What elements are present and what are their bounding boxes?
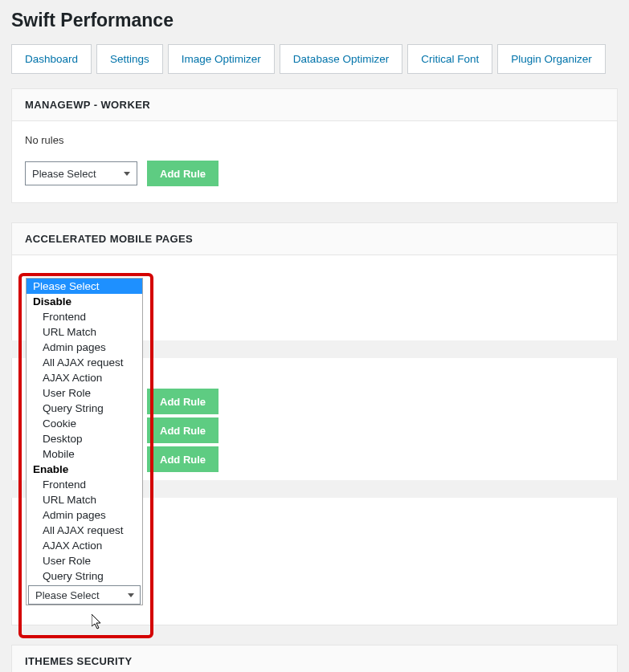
dropdown-group-enable: Enable: [27, 462, 142, 477]
dropdown-option-disable-all-ajax[interactable]: All AJAX request: [27, 355, 142, 370]
dropdown-option-disable-url-match[interactable]: URL Match: [27, 324, 142, 340]
dropdown-option-enable-admin-pages[interactable]: Admin pages: [27, 507, 142, 523]
dropdown-option-disable-frontend[interactable]: Frontend: [27, 309, 142, 324]
dropdown-group-disable: Disable: [27, 294, 142, 309]
dropdown-option-please-select[interactable]: Please Select: [27, 279, 142, 294]
dropdown-option-disable-user-role[interactable]: User Role: [27, 385, 142, 401]
dropdown-option-enable-url-match[interactable]: URL Match: [27, 492, 142, 507]
rule-select-closed[interactable]: Please Select: [28, 585, 141, 605]
panel-ithemes: ITHEMES SECURITY: [11, 645, 618, 672]
dropdown-option-enable-frontend[interactable]: Frontend: [27, 477, 142, 492]
cursor-icon: [92, 614, 104, 630]
page-title: Swift Performance: [0, 0, 629, 35]
rule-select-dropdown[interactable]: Please Select Disable Frontend URL Match…: [26, 278, 143, 605]
panel-ithemes-header: ITHEMES SECURITY: [12, 646, 617, 672]
dropdown-option-disable-admin-pages[interactable]: Admin pages: [27, 340, 142, 355]
panel-managewp-header: MANAGEWP - WORKER: [12, 89, 617, 121]
dropdown-option-disable-cookie[interactable]: Cookie: [27, 416, 142, 431]
tab-image-optimizer[interactable]: Image Optimizer: [168, 44, 275, 74]
add-rule-button-amp-2[interactable]: Add Rule: [147, 417, 219, 443]
no-rules-text: No rules: [25, 134, 604, 146]
dropdown-list[interactable]: Please Select Disable Frontend URL Match…: [27, 279, 142, 584]
tabs-bar: Dashboard Settings Image Optimizer Datab…: [0, 35, 629, 88]
tab-critical-font[interactable]: Critical Font: [407, 44, 492, 74]
dropdown-option-enable-query-string[interactable]: Query String: [27, 568, 142, 584]
dropdown-option-disable-query-string[interactable]: Query String: [27, 401, 142, 416]
dropdown-option-enable-all-ajax[interactable]: All AJAX request: [27, 523, 142, 538]
dropdown-option-enable-ajax-action[interactable]: AJAX Action: [27, 538, 142, 553]
dropdown-option-disable-desktop[interactable]: Desktop: [27, 431, 142, 446]
panel-amp-header: ACCELERATED MOBILE PAGES: [12, 223, 617, 255]
add-rule-button[interactable]: Add Rule: [147, 161, 219, 186]
tab-database-optimizer[interactable]: Database Optimizer: [280, 44, 402, 74]
add-rule-button-amp-1[interactable]: Add Rule: [147, 389, 219, 414]
tab-dashboard[interactable]: Dashboard: [11, 44, 92, 74]
dropdown-option-enable-user-role[interactable]: User Role: [27, 553, 142, 568]
panel-managewp: MANAGEWP - WORKER No rules Please Select…: [11, 88, 618, 203]
tab-plugin-organizer[interactable]: Plugin Organizer: [497, 44, 606, 74]
add-rule-button-amp-3[interactable]: Add Rule: [147, 446, 219, 472]
dropdown-option-disable-ajax-action[interactable]: AJAX Action: [27, 370, 142, 385]
tab-settings[interactable]: Settings: [96, 44, 163, 74]
rule-select[interactable]: Please Select: [25, 161, 137, 185]
dropdown-option-disable-mobile[interactable]: Mobile: [27, 446, 142, 462]
